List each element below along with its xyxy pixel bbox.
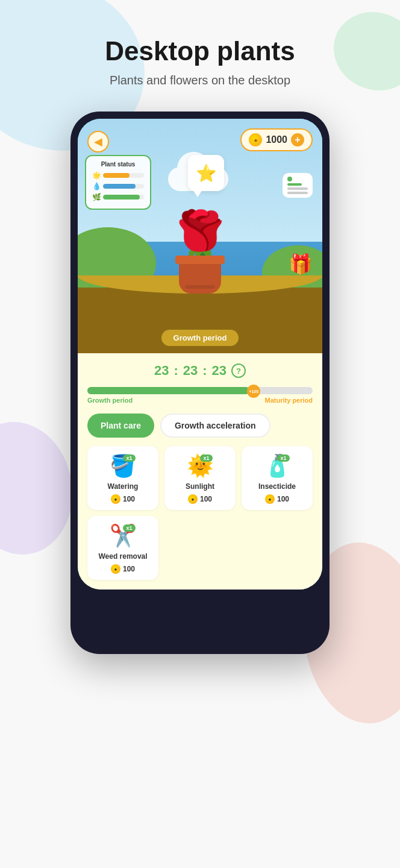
coin-display: ● 1000 + — [240, 128, 313, 151]
phone-screen: ◀ ● 1000 + Plant status 🌟 — [78, 119, 322, 590]
leaf-bar-fill — [103, 195, 140, 200]
sun-bar-bg — [103, 173, 144, 178]
care-item-insecticide[interactable]: 🧴 x1 Insecticide ● 100 — [242, 446, 313, 510]
status-row-leaf: 🌿 — [92, 193, 144, 201]
card-dot — [287, 177, 292, 181]
weed-removal-cost: ● 100 — [111, 564, 135, 574]
sun-bar-fill — [103, 173, 130, 178]
weed-removal-coin-icon: ● — [111, 564, 120, 574]
status-row-water: 💧 — [92, 182, 144, 190]
page-title: Desktop plants — [105, 36, 295, 66]
insecticide-label: Insecticide — [258, 482, 296, 491]
care-item-sunlight[interactable]: 🌞 x1 Sunlight ● 100 — [164, 446, 236, 510]
watering-cost: ● 100 — [111, 494, 135, 504]
weed-removal-badge: x1 — [123, 524, 135, 532]
gift-box[interactable]: 🎁 — [289, 253, 313, 275]
game-area: ◀ ● 1000 + Plant status 🌟 — [78, 119, 322, 324]
sunlight-coin-icon: ● — [188, 494, 198, 504]
insecticide-icon-container: 🧴 x1 — [264, 453, 291, 479]
water-bar-bg — [103, 184, 144, 189]
sunlight-cost: ● 100 — [188, 494, 212, 504]
watering-coin-icon: ● — [111, 494, 120, 504]
progress-label-growth: Growth period — [87, 397, 133, 404]
phone-mockup: ◀ ● 1000 + Plant status 🌟 — [70, 112, 330, 654]
back-icon: ◀ — [94, 135, 102, 148]
insecticide-cost-value: 100 — [277, 495, 289, 503]
care-row-single: ✂️ x1 Weed removal ● 100 — [87, 516, 313, 580]
growth-period-label: Growth period — [161, 330, 239, 346]
leaf-status-icon: 🌿 — [92, 193, 101, 201]
watering-label: Watering — [108, 482, 139, 491]
insecticide-badge: x1 — [277, 454, 289, 462]
weed-removal-icon-container: ✂️ x1 — [110, 523, 137, 549]
plant-status-title: Plant status — [92, 161, 144, 168]
progress-container: +100 Growth period Maturity period — [87, 387, 313, 404]
timer-hours: 23 — [154, 363, 169, 379]
add-coins-button[interactable]: + — [291, 133, 304, 146]
tab-plant-care[interactable]: Plant care — [87, 414, 154, 438]
card-line-gray2 — [287, 192, 308, 194]
weed-removal-label: Weed removal — [98, 552, 147, 561]
plant-pot-area: 🌹 — [164, 182, 236, 294]
flower-pot — [179, 260, 221, 294]
insecticide-coin-icon: ● — [265, 494, 275, 504]
card-overlay — [283, 173, 313, 198]
sunlight-badge: x1 — [200, 454, 212, 462]
timer-colon-2: : — [202, 363, 207, 379]
back-button[interactable]: ◀ — [87, 131, 109, 153]
card-line-gray — [287, 187, 308, 190]
sun-emoji-icon: ⭐ — [196, 163, 217, 183]
timer-colon-1: : — [173, 363, 178, 379]
page-subtitle: Plants and flowers on the desktop — [110, 74, 290, 87]
progress-badge: +100 — [247, 385, 260, 398]
watering-cost-value: 100 — [123, 495, 135, 503]
progress-labels: Growth period Maturity period — [87, 397, 313, 404]
timer-help-button[interactable]: ? — [231, 363, 246, 378]
progress-bar-bg: +100 — [87, 387, 313, 394]
water-bar-fill — [103, 184, 136, 189]
growth-bar-area: Growth period — [78, 324, 322, 353]
care-item-weed-removal[interactable]: ✂️ x1 Weed removal ● 100 — [87, 516, 158, 580]
watering-icon-container: 🪣 x1 — [110, 453, 137, 479]
timer-seconds: 23 — [212, 363, 227, 379]
weed-removal-cost-value: 100 — [123, 565, 135, 573]
timer-minutes: 23 — [183, 363, 198, 379]
tab-buttons: Plant care Growth acceleration — [87, 414, 313, 438]
tab-growth-acceleration[interactable]: Growth acceleration — [160, 414, 270, 438]
insecticide-cost: ● 100 — [265, 494, 289, 504]
coin-icon: ● — [249, 133, 262, 146]
status-row-sun: 🌟 — [92, 171, 144, 180]
coin-amount: 1000 — [266, 134, 287, 145]
sun-status-icon: 🌟 — [92, 171, 101, 180]
info-panel: 23 : 23 : 23 ? +100 Growth period — [78, 353, 322, 590]
leaf-bar-bg — [103, 195, 144, 200]
card-line-green — [287, 183, 302, 186]
progress-label-maturity: Maturity period — [265, 397, 313, 404]
timer-row: 23 : 23 : 23 ? — [87, 363, 313, 379]
sunlight-icon-container: 🌞 x1 — [187, 453, 214, 479]
sunlight-label: Sunlight — [186, 482, 214, 491]
care-item-watering[interactable]: 🪣 x1 Watering ● 100 — [87, 446, 158, 510]
sun-bubble: ⭐ — [188, 155, 224, 191]
water-status-icon: 💧 — [92, 182, 101, 190]
sunlight-cost-value: 100 — [200, 495, 212, 503]
watering-badge: x1 — [123, 454, 135, 462]
progress-bar-fill: +100 — [87, 387, 249, 394]
care-items-grid: 🪣 x1 Watering ● 100 🌞 x1 — [87, 446, 313, 510]
plant-status-box: Plant status 🌟 💧 🌿 — [85, 155, 151, 210]
